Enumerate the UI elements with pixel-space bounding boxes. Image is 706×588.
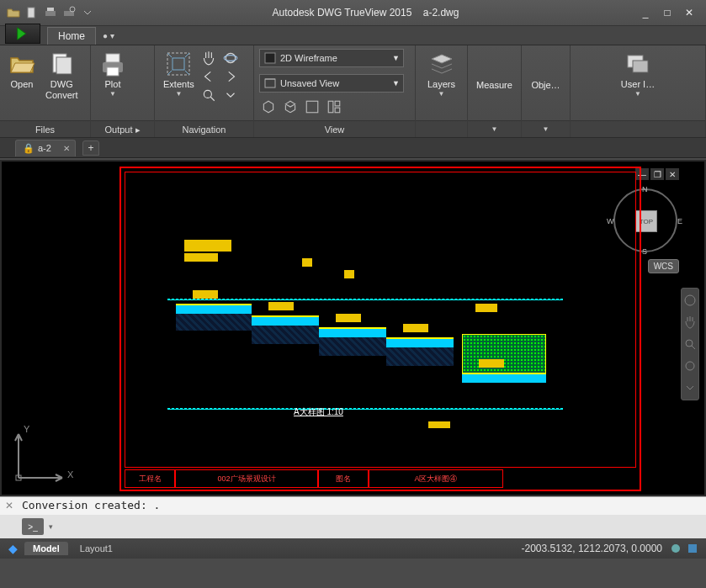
minimize-button[interactable]: _ <box>637 6 654 19</box>
svg-rect-8 <box>106 54 119 62</box>
nav-pan-icon[interactable] <box>683 315 697 329</box>
maximize-button[interactable]: □ <box>659 6 676 19</box>
view-multi-icon[interactable] <box>326 99 342 114</box>
drawing-frame: A大样图 1:10 工程名 002广场景观设计 图名 A区大样图④ <box>119 167 641 491</box>
layout-tabs: ◆ Model Layout1 <box>0 542 121 555</box>
svg-rect-2 <box>47 8 54 11</box>
status-icon-1[interactable] <box>669 542 682 555</box>
nav-more-icon[interactable] <box>683 381 697 395</box>
plot-button[interactable]: Plot ▼ <box>96 49 130 99</box>
document-tab-bar: 🔒 a-2 ✕ + <box>0 138 706 158</box>
wcs-badge[interactable]: WCS <box>648 259 679 273</box>
status-tray <box>669 542 706 555</box>
object-arrow[interactable]: ▼ <box>522 120 570 137</box>
ucs-y-label: Y <box>24 424 29 434</box>
ucs-icon: Y X <box>10 427 69 488</box>
qat-dropdown-icon[interactable] <box>81 6 94 19</box>
visual-style-label: 2D Wireframe <box>280 53 392 63</box>
panel-title-output[interactable]: Output ▸ <box>91 120 154 137</box>
doc-tab-close-icon[interactable]: ✕ <box>63 144 70 153</box>
zoom-prev-icon[interactable] <box>201 69 216 84</box>
user-interface-button[interactable]: User I… ▼ <box>618 49 658 99</box>
svg-rect-22 <box>633 61 648 72</box>
svg-rect-0 <box>28 8 35 18</box>
ucs-x-label: X <box>67 469 73 479</box>
named-view-dropdown[interactable]: Unsaved View ▼ <box>259 74 404 93</box>
command-prompt[interactable]: >_ ▾ <box>0 515 706 538</box>
qat-preview-icon[interactable] <box>62 6 76 19</box>
object-button[interactable]: Obje… <box>528 75 563 93</box>
nav-zoom-icon[interactable] <box>683 337 697 351</box>
svg-point-24 <box>686 340 693 347</box>
close-button[interactable]: ✕ <box>681 6 698 19</box>
cmd-prompt-arrow: ▾ <box>49 522 53 531</box>
look-icon[interactable] <box>201 87 216 103</box>
named-view-icon <box>263 77 277 90</box>
panel-user: User I… ▼ <box>571 45 706 137</box>
panel-title-navigation: Navigation <box>155 120 253 137</box>
doc-tab-label: a-2 <box>38 143 51 153</box>
layout-tab-model[interactable]: Model <box>24 542 68 555</box>
panel-title-view: View <box>254 120 415 137</box>
nav-small-buttons <box>201 49 240 103</box>
chevron-down-icon: ▼ <box>392 79 400 87</box>
panel-measure: Measure ▼ <box>468 45 522 137</box>
user-dropdown-icon[interactable]: ▼ <box>634 90 641 98</box>
svg-point-27 <box>671 544 680 553</box>
nav-more-icon[interactable] <box>223 87 238 103</box>
layout-tab-layout1[interactable]: Layout1 <box>72 542 121 555</box>
measure-button[interactable]: Measure <box>473 75 516 93</box>
pan-icon[interactable] <box>201 50 216 66</box>
tb-field-4: A区大样图④ <box>369 469 503 488</box>
qat-open-icon[interactable] <box>7 6 20 19</box>
tab-addins[interactable]: ● ▾ <box>103 31 114 40</box>
status-icon-2[interactable] <box>686 542 699 555</box>
app-menu-button[interactable] <box>5 24 40 44</box>
svg-point-23 <box>685 295 695 305</box>
plot-label: Plot <box>105 79 121 90</box>
nav-wheel-icon[interactable] <box>683 294 697 307</box>
navigation-bar <box>681 288 699 400</box>
drawing-inner-border: A大样图 1:10 <box>125 172 636 468</box>
dwg-convert-button[interactable]: DWG Convert <box>42 49 82 103</box>
dir-s[interactable]: S <box>642 247 647 256</box>
plot-dropdown-icon[interactable]: ▼ <box>109 90 116 98</box>
svg-rect-19 <box>335 101 340 106</box>
view-cube-icon[interactable] <box>283 99 298 114</box>
add-tab-button[interactable]: + <box>82 140 99 156</box>
view-box-icon[interactable] <box>261 99 276 114</box>
svg-rect-20 <box>335 108 340 113</box>
viewport-window-controls: — ❐ ✕ <box>635 168 679 180</box>
measure-label: Measure <box>476 80 512 91</box>
layers-button[interactable]: Layers ▼ <box>424 49 459 99</box>
vp-close[interactable]: ✕ <box>666 168 679 180</box>
qat-new-icon[interactable] <box>25 6 39 19</box>
cmd-close-icon[interactable]: ✕ <box>3 500 15 511</box>
window-controls: _ □ ✕ <box>637 6 706 19</box>
open-button[interactable]: Open <box>5 49 39 92</box>
dir-e[interactable]: E <box>677 217 682 225</box>
title-filename: a-2.dwg <box>423 7 459 19</box>
measure-arrow[interactable]: ▼ <box>468 120 521 137</box>
doc-tab-current[interactable]: 🔒 a-2 ✕ <box>15 140 76 156</box>
view-single-icon[interactable] <box>305 99 320 114</box>
vp-restore[interactable]: ❐ <box>650 168 664 180</box>
drawing-viewport[interactable]: — ❐ ✕ TOP N E S W WCS <box>0 160 706 496</box>
zoom-next-icon[interactable] <box>223 69 238 84</box>
qat-plot-icon[interactable] <box>44 6 57 19</box>
visual-style-icon <box>263 51 277 65</box>
tb-field-3: 图名 <box>318 469 369 488</box>
orbit-icon[interactable] <box>223 50 238 66</box>
extents-button[interactable]: Extents ▼ <box>160 49 198 99</box>
extents-dropdown-icon[interactable]: ▼ <box>175 90 182 98</box>
extents-label: Extents <box>163 79 194 90</box>
chevron-down-icon: ▼ <box>392 54 400 62</box>
tab-home[interactable]: Home <box>47 27 96 45</box>
ribbon-tab-row: Home ● ▾ <box>0 25 706 45</box>
nav-orbit-icon[interactable] <box>683 359 697 373</box>
svg-point-25 <box>686 362 694 370</box>
visual-style-dropdown[interactable]: 2D Wireframe ▼ <box>259 49 404 67</box>
svg-rect-28 <box>688 544 697 553</box>
dir-n[interactable]: N <box>642 185 648 193</box>
layers-dropdown-icon[interactable]: ▼ <box>438 90 445 98</box>
